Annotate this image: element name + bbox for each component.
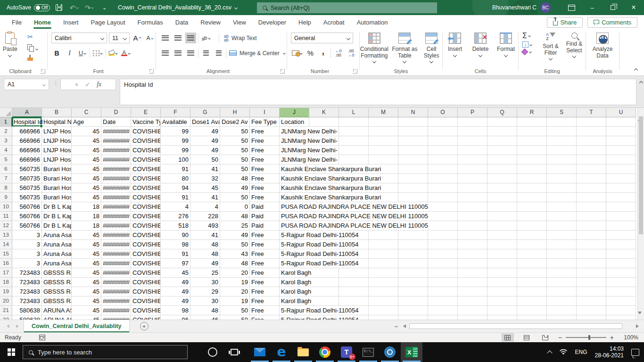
cell-M16[interactable]: [369, 259, 398, 268]
cell-F15[interactable]: 91: [161, 249, 190, 259]
cell-J15[interactable]: 5-Rajpur Road Delhi-110054: [280, 249, 309, 259]
cell-O3[interactable]: [428, 136, 458, 146]
cell-N20[interactable]: [398, 296, 428, 306]
cell-N14[interactable]: [398, 240, 428, 249]
cell-B3[interactable]: LNJP Hosp: [42, 136, 72, 146]
column-header-L[interactable]: L: [339, 108, 369, 117]
cell-J6[interactable]: Kaushik Enclave Shankarpura Burari: [280, 165, 309, 174]
row-header-16[interactable]: 16: [0, 259, 12, 268]
cell-O18[interactable]: [428, 278, 458, 287]
cell-G19[interactable]: 29: [190, 287, 220, 296]
cell-I19[interactable]: Free: [250, 287, 280, 296]
cell-H3[interactable]: 50: [220, 136, 250, 146]
cell-Q8[interactable]: [487, 183, 517, 193]
cell-H19[interactable]: 20: [220, 287, 250, 296]
column-header-Q[interactable]: Q: [487, 108, 517, 117]
cell-M3[interactable]: [369, 136, 398, 146]
cell-S17[interactable]: [547, 268, 577, 278]
title-dropdown-icon[interactable]: [234, 6, 238, 9]
cell-U18[interactable]: [606, 278, 636, 287]
cell-P7[interactable]: [458, 174, 487, 183]
cell-S7[interactable]: [547, 174, 577, 183]
font-name-combo[interactable]: Calibri: [51, 33, 107, 43]
cell-H13[interactable]: 49: [220, 230, 250, 240]
cell-C12[interactable]: 18: [72, 221, 101, 230]
cell-N22[interactable]: [398, 315, 428, 320]
row-header-4[interactable]: 4: [0, 146, 12, 155]
save-button[interactable]: [53, 1, 65, 14]
cell-P8[interactable]: [458, 183, 487, 193]
cell-E11[interactable]: COVISHIEL: [131, 212, 161, 221]
cell-R2[interactable]: [517, 127, 547, 136]
cell-E2[interactable]: COVISHIEL: [131, 127, 161, 136]
cell-U17[interactable]: [606, 268, 636, 278]
ribbon-display-options-button[interactable]: [561, 0, 582, 15]
cell-C5[interactable]: 45: [72, 155, 101, 165]
cell-O12[interactable]: [428, 221, 458, 230]
cell-R12[interactable]: [517, 221, 547, 230]
cell-N9[interactable]: [398, 193, 428, 202]
top-align-button[interactable]: [160, 33, 171, 43]
cell-M14[interactable]: [369, 240, 398, 249]
cell-Q17[interactable]: [487, 268, 517, 278]
cell-B7[interactable]: Burari Hos: [42, 174, 72, 183]
formula-input[interactable]: Hospital Id: [120, 79, 636, 105]
cell-H21[interactable]: 50: [220, 306, 250, 315]
cell-H7[interactable]: 48: [220, 174, 250, 183]
cell-O8[interactable]: [428, 183, 458, 193]
row-header-12[interactable]: 12: [0, 221, 12, 230]
cell-J8[interactable]: Kaushik Enclave Shankarpura Burari: [280, 183, 309, 193]
cell-P15[interactable]: [458, 249, 487, 259]
column-header-P[interactable]: P: [458, 108, 487, 117]
cell-Q13[interactable]: [487, 230, 517, 240]
autosave-toggle[interactable]: AutoSave Off: [7, 4, 50, 11]
close-button[interactable]: ×: [623, 0, 644, 15]
insert-cells-button[interactable]: Insert: [444, 29, 466, 67]
cancel-icon[interactable]: ×: [75, 81, 79, 88]
fill-color-button[interactable]: [107, 48, 118, 58]
cell-H6[interactable]: 50: [220, 165, 250, 174]
row-header-18[interactable]: 18: [0, 278, 12, 287]
cell-A7[interactable]: 560735: [12, 174, 42, 183]
cell-R6[interactable]: [517, 165, 547, 174]
alignment-dialog-launcher[interactable]: [280, 69, 285, 74]
tab-help[interactable]: Help: [292, 15, 317, 29]
cell-N15[interactable]: [398, 249, 428, 259]
cell-Q6[interactable]: [487, 165, 517, 174]
cell-B11[interactable]: Dr B L Kap: [42, 212, 72, 221]
cell-F17[interactable]: 45: [161, 268, 190, 278]
taskbar-search-box[interactable]: Type here to search: [23, 345, 188, 359]
cell-Q21[interactable]: [487, 306, 517, 315]
cell-E6[interactable]: COVISHIEL: [131, 165, 161, 174]
cell-E3[interactable]: COVISHIEL: [131, 136, 161, 146]
user-name[interactable]: Bhuvaneshwari C: [492, 4, 537, 11]
sheet-nav-right-icon[interactable]: [16, 324, 19, 328]
cell-M18[interactable]: [369, 278, 398, 287]
cell-E12[interactable]: COVISHIEL: [131, 221, 161, 230]
cell-N21[interactable]: [398, 306, 428, 315]
cell-S22[interactable]: [547, 315, 577, 320]
cell-B21[interactable]: ARUNA AS: [42, 306, 72, 315]
cell-F11[interactable]: 276: [161, 212, 190, 221]
cell-U3[interactable]: [606, 136, 636, 146]
cell-S1[interactable]: [547, 117, 577, 127]
number-dialog-launcher[interactable]: [353, 69, 357, 74]
row-header-17[interactable]: 17: [0, 268, 12, 278]
cell-Q10[interactable]: [487, 202, 517, 212]
tab-data[interactable]: Data: [169, 15, 194, 29]
sheet-tab-active[interactable]: Cowin_Central Delhi_Availablity: [24, 320, 130, 332]
cell-R5[interactable]: [517, 155, 547, 165]
taskbar-terminal-button[interactable]: C:\_: [357, 342, 379, 362]
column-header-O[interactable]: O: [428, 108, 458, 117]
cell-Q2[interactable]: [487, 127, 517, 136]
cell-T9[interactable]: [577, 193, 606, 202]
cell-M15[interactable]: [369, 249, 398, 259]
cell-P22[interactable]: [458, 315, 487, 320]
cell-I7[interactable]: Free: [250, 174, 280, 183]
undo-button[interactable]: ↶: [68, 1, 80, 14]
cell-styles-button[interactable]: Cell Styles: [421, 29, 442, 67]
cell-A10[interactable]: 560766: [12, 202, 42, 212]
cell-T1[interactable]: [577, 117, 606, 127]
decrease-font-button[interactable]: A: [144, 33, 155, 43]
cell-M1[interactable]: [369, 117, 398, 127]
